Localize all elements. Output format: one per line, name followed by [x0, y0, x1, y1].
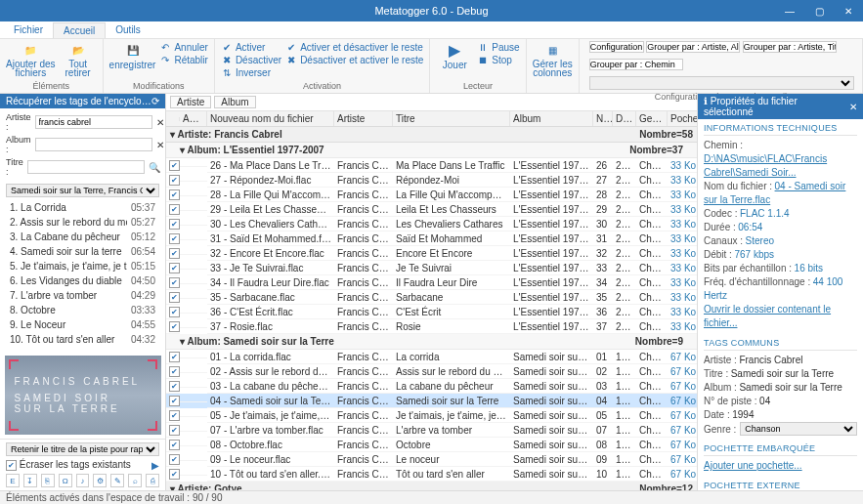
title-input[interactable]: [27, 160, 145, 174]
erase-tags-checkbox[interactable]: ✔ Écraser les tags existants: [6, 459, 131, 471]
workspace-artist-title[interactable]: [743, 41, 837, 53]
album-input[interactable]: [35, 138, 152, 151]
tracklist[interactable]: 1. La Corrida05:372. Assis sur le rebord…: [6, 201, 159, 348]
group-row[interactable]: ▾ Artiste: Francis CabrelNombre=58: [166, 127, 697, 143]
match-mode-select[interactable]: Retenir le titre de la piste pour rappro…: [6, 442, 159, 456]
table-row[interactable]: ✔08 - Octobre.flacFrancis CabrelOctobreS…: [166, 438, 697, 452]
track-item[interactable]: 7. L'arbre va tomber04:29: [6, 289, 159, 304]
table-row[interactable]: ✔36 - C'Est Écrit.flacFrancis CabrelC'Es…: [166, 305, 697, 319]
table-row[interactable]: ✔37 - Rosie.flacFrancis CabrelRosieL'Ess…: [166, 319, 697, 334]
table-row[interactable]: ✔34 - Il Faudra Leur Dire.flacFrancis Ca…: [166, 275, 697, 290]
table-row[interactable]: ✔32 - Encore Et Encore.flacFrancis Cabre…: [166, 246, 697, 261]
play-button[interactable]: ▶Jouer: [436, 41, 473, 70]
table-row[interactable]: ✔05 - Je t'aimais, je t'aime, je t'aimer…: [166, 408, 697, 423]
workspace-artist-album[interactable]: [646, 41, 740, 53]
table-row[interactable]: ✔26 - Ma Place Dans Le Traffic.flacFranc…: [166, 158, 697, 173]
ribbon: 📁 Ajouter des fichiers 📂 Tout retirer Él…: [0, 39, 863, 94]
remove-all-button[interactable]: 📂 Tout retirer: [60, 41, 97, 77]
activate-button[interactable]: ✔Activer: [221, 41, 281, 53]
track-item[interactable]: 1. La Corrida05:37: [6, 201, 159, 216]
main-grid-panel: Artiste Album Activation Nouveau nom du …: [166, 94, 697, 490]
track-item[interactable]: 3. La Cabane du pêcheur05:12: [6, 231, 159, 245]
track-item[interactable]: 9. Le Noceur04:55: [6, 318, 159, 333]
table-row[interactable]: ✔28 - La Fille Qui M'accompagne.flacFran…: [166, 188, 697, 202]
add-files-button[interactable]: 📁 Ajouter des fichiers: [6, 41, 56, 77]
deactivate-rest-button[interactable]: ✖Désactiver et activer le reste: [285, 54, 423, 65]
open-folder-link[interactable]: Ouvrir le dossier contenant le fichier..…: [704, 304, 831, 328]
track-item[interactable]: 5. Je t'aimais, je t'aime, je t'aimerai0…: [6, 260, 159, 274]
tool-icon[interactable]: ⚙: [93, 474, 107, 487]
close-button[interactable]: ✕: [834, 0, 863, 21]
table-row[interactable]: ✔35 - Sarbacane.flacFrancis CabrelSarbac…: [166, 290, 697, 305]
tool-icon[interactable]: E: [6, 474, 20, 487]
pause-button[interactable]: ⏸Pause: [477, 41, 519, 53]
group-row[interactable]: ▾ Album: L'Essentiel 1977-2007Nombre=37: [166, 143, 697, 158]
swap-icon: ⇅: [221, 66, 233, 78]
table-row[interactable]: ✔33 - Je Te Suivrai.flacFrancis CabrelJe…: [166, 261, 697, 275]
clear-icon[interactable]: ✕: [156, 140, 164, 150]
table-row[interactable]: ✔04 - Samedi soir sur la Terre.flacFranc…: [166, 394, 697, 408]
group-row[interactable]: ▾ Artiste: GotyeNombre=12: [166, 482, 697, 490]
tool-icon[interactable]: Ω: [59, 474, 72, 487]
tool-icon[interactable]: ♪: [76, 474, 90, 487]
manage-columns-button[interactable]: ▦ Gérer les colonnes: [533, 41, 573, 77]
tool-icon[interactable]: ✎: [110, 474, 124, 487]
search-icon[interactable]: 🔍: [149, 162, 160, 173]
right-panel-title: ℹ Propriétés du fichier sélectionné: [704, 96, 849, 117]
artist-input[interactable]: [35, 115, 152, 129]
clear-icon[interactable]: ✕: [156, 117, 164, 128]
track-item[interactable]: 2. Assis sur le rebord du monde05:27: [6, 216, 159, 231]
table-row[interactable]: ✔10 - Tôt ou tard s'en aller.flacFrancis…: [166, 467, 697, 482]
invert-button[interactable]: ⇅Inverser: [221, 66, 281, 78]
table-row[interactable]: ✔27 - Répondez-Moi.flacFrancis CabrelRép…: [166, 173, 697, 188]
workspace-path[interactable]: [589, 59, 683, 70]
table-row[interactable]: ✔09 - Le noceur.flacFrancis CabrelLe noc…: [166, 452, 697, 467]
close-icon[interactable]: ✕: [849, 102, 857, 112]
table-row[interactable]: ✔03 - La cabane du pêcheur.flacFrancis C…: [166, 379, 697, 394]
grid-header: Activation Nouveau nom du fichier Artist…: [166, 111, 697, 127]
tool-icon[interactable]: ⌕: [128, 474, 142, 487]
tool-icon[interactable]: ↧: [23, 474, 37, 487]
tab-home[interactable]: Accueil: [53, 22, 106, 38]
folder-minus-icon: 📂: [69, 41, 87, 59]
path-link[interactable]: D:\NAS\music\FLAC\Francis Cabrel\Samedi …: [704, 153, 827, 178]
check-icon: ✔: [221, 41, 233, 53]
deactivate-button[interactable]: ✖Désactiver: [221, 54, 281, 65]
group-row[interactable]: ▾ Album: Samedi soir sur la TerreNombre=…: [166, 334, 697, 350]
apply-icon[interactable]: ▶: [151, 460, 159, 471]
table-row[interactable]: ✔30 - Les Chevaliers Cathares.flacFranci…: [166, 217, 697, 231]
track-item[interactable]: 10. Tôt ou tard s'en aller04:32: [6, 333, 159, 348]
track-item[interactable]: 4. Samedi soir sur la terre06:54: [6, 245, 159, 260]
redo-icon: ↷: [159, 54, 171, 65]
save-button[interactable]: 💾 enregistrer: [109, 41, 156, 70]
activate-rest-button[interactable]: ✔Activer et désactiver le reste: [285, 41, 423, 53]
track-item[interactable]: 8. Octobre03:33: [6, 304, 159, 318]
left-panel: Récupérer les tags de l'encyclopédie Mus…: [0, 94, 166, 490]
file-grid[interactable]: Activation Nouveau nom du fichier Artist…: [166, 111, 697, 490]
tool-icon[interactable]: ⎘: [41, 474, 55, 487]
redo-button[interactable]: ↷Rétablir: [159, 54, 207, 65]
table-row[interactable]: ✔31 - Saïd Et Mohammed.flacFrancis Cabre…: [166, 231, 697, 246]
tab-tools[interactable]: Outils: [106, 22, 151, 37]
undo-button[interactable]: ↶Annuler: [159, 41, 207, 53]
table-row[interactable]: ✔02 - Assis sur le rebord du monde.flacF…: [166, 364, 697, 379]
table-row[interactable]: ✔29 - Leila Et Les Chasseurs.flacFrancis…: [166, 202, 697, 217]
track-item[interactable]: 6. Les Vidanges du diable04:50: [6, 274, 159, 289]
tool-icon[interactable]: ⎙: [146, 474, 159, 487]
refresh-icon[interactable]: ⟳: [151, 96, 159, 106]
add-cover-link[interactable]: Ajouter une pochette...: [704, 460, 802, 471]
filter-artist[interactable]: Artiste: [170, 96, 211, 108]
stop-button[interactable]: ⏹Stop: [477, 54, 519, 65]
workspace-default[interactable]: [589, 41, 644, 53]
workspace-select[interactable]: [589, 76, 855, 90]
genre-select[interactable]: Chanson: [740, 422, 857, 436]
minimize-button[interactable]: —: [775, 0, 804, 21]
table-row[interactable]: ✔07 - L'arbre va tomber.flacFrancis Cabr…: [166, 423, 697, 438]
table-row[interactable]: ✔01 - La corrida.flacFrancis CabrelLa co…: [166, 350, 697, 364]
result-select[interactable]: Samedi soir sur la Terre, Francis Cabrel: [6, 184, 159, 197]
filter-album[interactable]: Album: [214, 96, 255, 108]
tab-file[interactable]: Fichier: [4, 22, 53, 37]
group-label-player: Lecteur: [436, 81, 519, 91]
folder-plus-icon: 📁: [22, 41, 39, 59]
maximize-button[interactable]: ▢: [804, 0, 834, 21]
